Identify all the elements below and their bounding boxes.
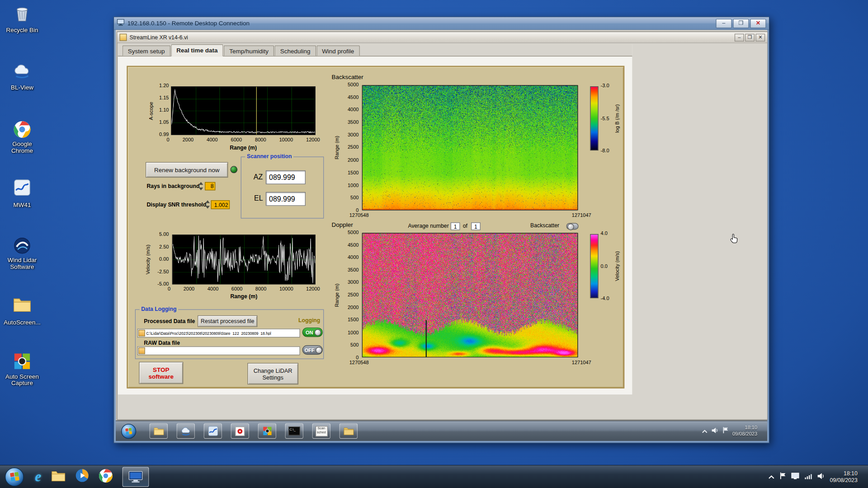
labview-window: StreamLine XR v14-6.vi – ❐ ✕ System setu… (117, 32, 767, 420)
raw-logging-switch[interactable]: OFF (302, 345, 323, 355)
desktop-icon-bl-view[interactable]: BL-View (2, 62, 42, 92)
remote-files-icon[interactable] (340, 423, 358, 439)
explorer-icon[interactable] (51, 469, 66, 484)
tab-real-time-data[interactable]: Real time data (171, 44, 223, 56)
velocity-plot (172, 235, 316, 284)
remote-desktop: StreamLine XR v14-6.vi – ❐ ✕ System setu… (116, 30, 767, 441)
desktop-icon-autoscreen-folder[interactable]: AutoScreen... (2, 296, 42, 326)
volume-icon[interactable] (817, 472, 825, 482)
backscatter-colorbar (590, 86, 598, 150)
desktop-icon-mw41[interactable]: MW41 (2, 179, 42, 209)
remote-blview-icon[interactable] (177, 423, 195, 439)
rdp-window-title: 192.168.0.150 - Remote Desktop Connectio… (127, 20, 715, 27)
browse-raw-icon[interactable] (138, 347, 145, 354)
action-center-flag-icon[interactable] (779, 472, 786, 482)
folder-icon (2, 296, 42, 315)
labview-titlebar[interactable]: StreamLine XR v14-6.vi – ❐ ✕ (118, 32, 768, 43)
labview-minimize-button[interactable]: – (735, 33, 744, 41)
logging-label: Logging (298, 317, 320, 323)
labview-close-button[interactable]: ✕ (755, 33, 765, 41)
tab-system-setup[interactable]: System setup (123, 45, 170, 56)
change-lidar-settings-button[interactable]: Change LiDAR Settings (247, 363, 298, 385)
backscatter-x-first: 1270548 (349, 212, 369, 218)
snr-spinner[interactable] (205, 200, 210, 208)
doppler-y-ticks: 5000450040003500300025002000150010005000 (340, 230, 359, 360)
display-icon[interactable] (791, 472, 799, 482)
scan-sched-icon: Scansched (315, 426, 327, 436)
remote-system-tray: 18:1009/08/2023 (702, 425, 768, 437)
backscatter-x-last: 1271047 (572, 212, 591, 218)
desktop: Recycle Bin BL-View Google Chrome MW41 W… (0, 0, 868, 488)
browse-processed-icon[interactable] (138, 330, 145, 337)
real-time-data-panel: A-scope 1.201.151.101.050.99 02000400060… (127, 66, 624, 389)
labview-maximize-button[interactable]: ❐ (745, 33, 755, 41)
rdp-close-button[interactable]: ✕ (750, 19, 766, 28)
desktop-icon-recycle-bin[interactable]: Recycle Bin (2, 5, 42, 34)
stop-software-button[interactable]: STOP software (139, 362, 183, 384)
processed-file-path-input[interactable]: C:\Lidar\Data\Proc\2023\202308\20230809\… (137, 328, 300, 338)
off-switch-label: OFF (304, 347, 314, 352)
renew-background-button[interactable]: Renew background now (146, 162, 228, 178)
remote-clock[interactable]: 18:1009/08/2023 (732, 425, 757, 437)
of-value-field[interactable]: 1 (471, 222, 481, 230)
snr-threshold-label: Display SNR threshold (146, 202, 206, 207)
remote-flag-icon[interactable] (722, 426, 728, 436)
az-value-field[interactable]: 089.999 (266, 170, 306, 184)
labview-window-title: StreamLine XR v14-6.vi (130, 34, 734, 40)
restart-processed-file-button[interactable]: Restart processed file (198, 315, 257, 327)
rdp-minimize-button[interactable]: – (716, 19, 732, 28)
media-player-icon[interactable] (75, 469, 89, 485)
remote-tray-chevron-icon[interactable] (702, 426, 708, 436)
remote-mw41-icon[interactable] (204, 423, 222, 439)
rdp-maximize-button[interactable]: ❐ (733, 19, 749, 28)
on-switch-label: ON (306, 329, 313, 335)
internet-explorer-icon[interactable]: e (35, 469, 41, 484)
doppler-x-ticks: 1270548 1271047 (349, 360, 591, 365)
bl-view-icon (2, 62, 42, 81)
data-logging-title: Data Logging (140, 306, 179, 312)
tab-wind-profile[interactable]: Wind profile (316, 45, 360, 56)
rdp-computer-icon (117, 18, 124, 28)
remote-start-button[interactable] (121, 423, 136, 438)
remote-power-app-icon[interactable] (231, 423, 249, 439)
rays-value-field[interactable]: 8 (205, 182, 215, 190)
processed-logging-switch[interactable]: ON (302, 328, 323, 337)
doppler-title: Doppler (331, 221, 353, 228)
tab-scheduling[interactable]: Scheduling (275, 45, 316, 56)
remote-volume-icon[interactable] (711, 426, 718, 436)
processed-file-path: C:\Lidar\Data\Proc\2023\202308\20230809\… (146, 331, 271, 335)
chrome-icon[interactable] (98, 469, 113, 485)
ascope-x-ticks: 020004000600080001000012000 (167, 137, 320, 143)
rdp-taskbar-button[interactable] (122, 467, 149, 487)
terminal-icon: C:\_ (288, 427, 300, 436)
data-logging-group: Data Logging Processed Data file Restart… (135, 309, 324, 359)
remote-explorer-icon[interactable] (150, 423, 168, 439)
desktop-icon-auto-screen-capture[interactable]: Auto Screen Capture (2, 353, 42, 387)
desktop-icon-google-chrome[interactable]: Google Chrome (2, 121, 42, 155)
wind-lidar-icon (2, 237, 42, 256)
tray-chevron-icon[interactable] (769, 472, 774, 482)
ascope-plot (171, 86, 316, 135)
power-icon (235, 426, 245, 436)
start-button[interactable] (5, 467, 24, 486)
raw-file-path-input[interactable] (137, 347, 300, 356)
rdp-titlebar[interactable]: 192.168.0.150 - Remote Desktop Connectio… (114, 17, 769, 30)
network-icon[interactable] (804, 472, 812, 482)
remote-scan-sched-icon[interactable]: Scansched (312, 423, 330, 439)
doppler-heatmap (362, 233, 578, 358)
backscatter-switch[interactable] (566, 223, 579, 230)
taskbar-clock[interactable]: 18:1009/08/2023 (830, 470, 857, 483)
ascope-y-ticks: 1.201.151.101.050.99 (152, 84, 169, 137)
tab-temp-humidity[interactable]: Temp/humidity (224, 45, 274, 56)
rays-spinner[interactable] (198, 182, 203, 190)
mw41-icon (2, 179, 42, 198)
desktop-icon-wind-lidar[interactable]: Wind Lidar Software (2, 237, 42, 271)
velocity-x-axis-label: Range (m) (172, 293, 316, 299)
el-value-field[interactable]: 089.999 (266, 192, 306, 206)
remote-terminal-icon[interactable]: C:\_ (285, 423, 303, 439)
backscatter-heatmap (362, 85, 578, 211)
snr-value-field[interactable]: 1.002 (211, 200, 230, 209)
auto-screen-capture-icon (2, 353, 42, 372)
average-number-field[interactable]: 1 (451, 222, 460, 230)
remote-capture-app-icon[interactable] (258, 423, 276, 439)
